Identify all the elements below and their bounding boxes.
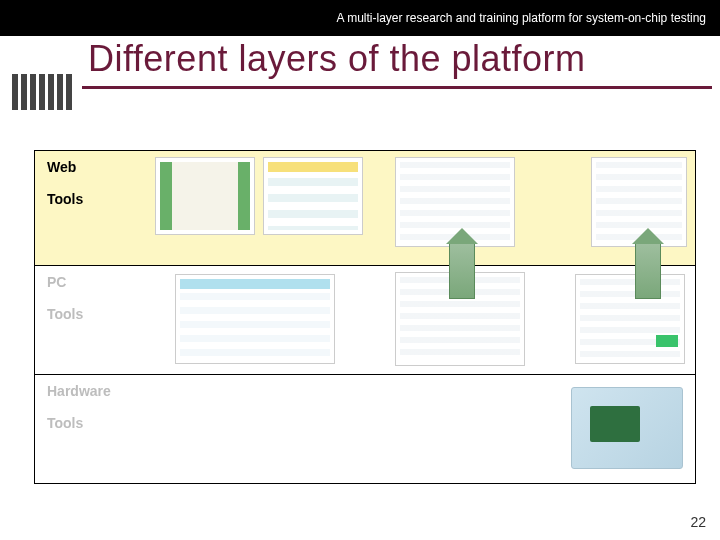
layer-hardware: Hardware Tools — [34, 374, 696, 484]
layers-container: Web Tools PC Tools Hardware Tools — [34, 150, 696, 483]
up-arrow-icon — [635, 241, 661, 299]
layer-web: Web Tools — [34, 150, 696, 266]
page-number: 22 — [690, 514, 706, 530]
slide-title: Different layers of the platform — [88, 38, 586, 80]
pc-screenshot-1 — [175, 274, 335, 364]
top-bar-subtitle: A multi-layer research and training plat… — [337, 11, 707, 25]
layer-web-subtitle: Tools — [47, 191, 683, 207]
title-underline — [82, 86, 712, 89]
hardware-board-image — [571, 387, 683, 469]
layer-web-title: Web — [47, 159, 683, 175]
layer-pc: PC Tools — [34, 265, 696, 375]
slide-header: Different layers of the platform — [0, 36, 720, 110]
web-screenshot-2 — [263, 157, 363, 235]
pc-screenshot-3 — [575, 274, 685, 364]
up-arrow-icon — [449, 241, 475, 299]
web-screenshot-1 — [155, 157, 255, 235]
top-bar: A multi-layer research and training plat… — [0, 0, 720, 36]
barcode-logo-icon — [12, 74, 72, 110]
